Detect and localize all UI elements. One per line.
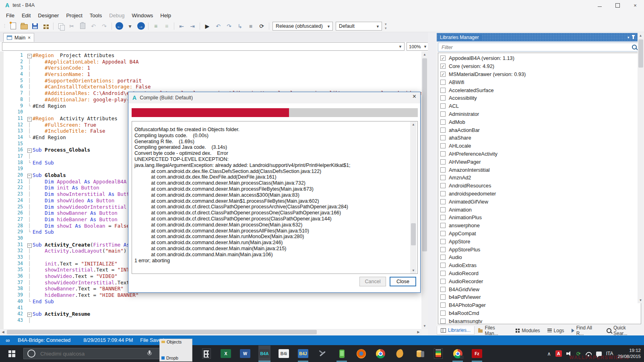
library-checkbox[interactable] — [440, 207, 446, 212]
sync-icon[interactable]: ⟳ — [576, 351, 581, 357]
library-item[interactable]: ✓MSMaterialDrawer (version: 0.93) — [438, 70, 641, 78]
toolbar-overflow-icon[interactable]: ▾▾ — [385, 22, 387, 30]
dialog-title-bar[interactable]: A Compile (Build: Default) × — [128, 92, 420, 103]
uncomment-icon[interactable]: ≡ — [163, 22, 171, 30]
taskbar-database[interactable] — [413, 346, 425, 362]
navigate-forward-icon[interactable]: → — [137, 22, 145, 30]
open-project-icon[interactable] — [20, 22, 28, 30]
library-checkbox[interactable] — [440, 88, 446, 93]
chevron-up-icon[interactable]: ∧ — [547, 351, 551, 357]
library-checkbox[interactable] — [440, 239, 446, 244]
taskbar-calculator[interactable] — [200, 346, 213, 362]
maximize-button[interactable] — [609, 0, 626, 10]
library-item[interactable]: AcceleratedSurface — [438, 86, 641, 94]
wifi-icon[interactable] — [585, 351, 592, 356]
library-checkbox[interactable] — [440, 223, 446, 228]
explorer-popup[interactable]: Objects Dropb — [159, 339, 192, 362]
rebuild-icon[interactable]: ⟳ — [258, 22, 266, 30]
library-item[interactable]: b4asamsungtv — [438, 317, 641, 324]
log-scrollbar[interactable]: ▲ ▼ — [410, 121, 417, 274]
member-navigation-select[interactable]: ▼ — [2, 42, 405, 51]
copy-icon[interactable] — [57, 22, 65, 30]
cut-icon[interactable]: ✂ — [68, 22, 76, 30]
build-target-select[interactable]: Default▼ — [336, 22, 382, 31]
library-checkbox[interactable]: ✓ — [440, 64, 446, 69]
taskbar-b4a[interactable]: B4A — [258, 346, 270, 362]
comment-icon[interactable]: ≡ — [152, 22, 160, 30]
library-checkbox[interactable] — [440, 95, 446, 101]
library-item[interactable]: AnimatedGifView — [438, 197, 641, 206]
fold-toggle-icon[interactable]: − — [26, 311, 33, 317]
panel-tab-libraries-[interactable]: Libraries... — [437, 326, 475, 335]
taskbar-b4j[interactable]: B4J — [297, 346, 309, 362]
panel-tab-modules[interactable]: Modules — [512, 327, 543, 335]
dialog-close-icon[interactable]: × — [413, 93, 416, 100]
library-checkbox[interactable] — [440, 159, 446, 165]
taskbar-b4i[interactable]: B4i — [278, 346, 290, 362]
toolbar-drag-handle[interactable]: ⋮ — [2, 23, 6, 29]
taskbar-mysql[interactable] — [394, 346, 406, 362]
library-item[interactable]: AudioRecord — [438, 269, 641, 278]
build-configuration-select[interactable]: Release (obfuscated)▼ — [272, 22, 333, 31]
panel-splitter[interactable] — [428, 32, 436, 335]
paste-icon[interactable] — [78, 22, 87, 30]
chat-icon[interactable] — [596, 352, 602, 356]
library-item[interactable]: ACL — [438, 102, 641, 110]
library-checkbox[interactable]: ✓ — [440, 56, 446, 61]
minimize-button[interactable] — [591, 0, 609, 10]
library-item[interactable]: Animation — [438, 206, 641, 214]
scrollbar-thumb[interactable] — [411, 223, 416, 245]
taskbar-phone[interactable] — [336, 346, 348, 362]
library-item[interactable]: AppStore — [438, 237, 641, 245]
scroll-down-icon[interactable]: ▼ — [638, 297, 644, 303]
library-item[interactable]: b4aRootCmd — [438, 309, 641, 317]
library-checkbox[interactable] — [440, 128, 446, 133]
library-item[interactable]: ABWifi — [438, 78, 641, 86]
library-item[interactable]: b4aPdfViewer — [438, 293, 641, 301]
library-checkbox[interactable] — [440, 111, 446, 117]
fold-toggle-icon[interactable]: − — [26, 172, 33, 179]
panel-header[interactable]: Libraries Manager ▾ × — [437, 33, 643, 41]
panel-menu-icon[interactable]: ▾ — [627, 35, 630, 39]
library-item[interactable]: AudioRecorder — [438, 277, 641, 285]
libraries-scrollbar[interactable]: ▲ ▼ — [638, 33, 644, 303]
taskbar-filezilla[interactable]: Fz — [471, 346, 483, 362]
library-checkbox[interactable] — [440, 80, 446, 85]
popup-item-objects[interactable]: Objects — [167, 339, 182, 344]
menu-windows[interactable]: Windows — [128, 11, 157, 20]
tab-close-icon[interactable]: × — [28, 35, 31, 41]
library-item[interactable]: Audio — [438, 253, 641, 261]
library-item[interactable]: AHPreferenceActivity — [438, 150, 641, 158]
library-item[interactable]: AHViewPager — [438, 158, 641, 166]
save-icon[interactable] — [31, 22, 39, 30]
library-item[interactable]: AmznAd2 — [438, 174, 641, 182]
fold-toggle-icon[interactable]: − — [26, 147, 33, 153]
library-checkbox[interactable] — [440, 302, 446, 308]
fold-toggle-icon[interactable]: − — [26, 115, 33, 122]
library-checkbox[interactable] — [440, 294, 446, 300]
library-item[interactable]: androidspeedometer — [438, 190, 641, 198]
taskbar-search-input[interactable] — [39, 350, 142, 357]
library-checkbox[interactable] — [440, 103, 446, 109]
library-item[interactable]: B4AGridView — [438, 285, 641, 293]
library-checkbox[interactable] — [440, 151, 446, 156]
library-checkbox[interactable] — [440, 191, 446, 196]
library-item[interactable]: AHLocale — [438, 142, 641, 150]
editor-horizontal-scrollbar[interactable]: ◀ ▶ — [0, 329, 421, 335]
new-project-icon[interactable] — [9, 22, 17, 30]
scrollbar-thumb[interactable] — [7, 330, 317, 334]
run-icon[interactable]: ▶ — [203, 22, 211, 30]
library-checkbox[interactable] — [440, 319, 446, 324]
library-checkbox[interactable] — [440, 279, 446, 284]
menu-help[interactable]: Help — [157, 11, 175, 20]
library-checkbox[interactable] — [440, 135, 446, 140]
speaker-icon[interactable] — [566, 351, 572, 356]
step-into-icon[interactable]: ↶ — [214, 22, 222, 30]
library-checkbox[interactable]: ✓ — [440, 72, 446, 77]
menu-edit[interactable]: Edit — [18, 11, 34, 20]
library-item[interactable]: ✓Core (version: 4.92) — [438, 62, 641, 70]
library-item[interactable]: AudioExtras — [438, 261, 641, 269]
library-checkbox[interactable] — [440, 311, 446, 316]
scroll-left-icon[interactable]: ◀ — [0, 329, 6, 335]
library-item[interactable]: AppStorePlus — [438, 245, 641, 253]
